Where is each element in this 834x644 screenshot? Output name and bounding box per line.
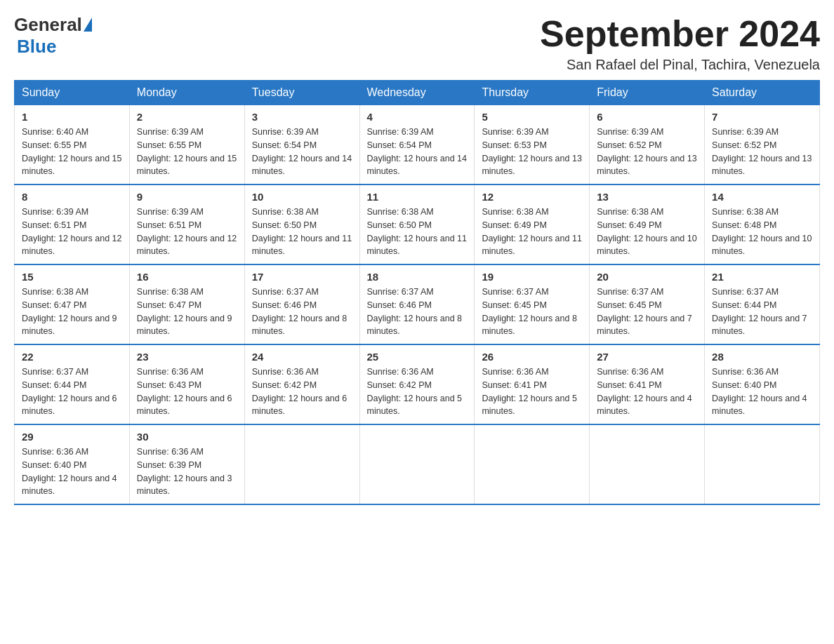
header-sunday: Sunday bbox=[15, 81, 130, 105]
day-info: Sunrise: 6:36 AM Sunset: 6:40 PM Dayligh… bbox=[712, 365, 812, 418]
day-number: 24 bbox=[252, 351, 352, 363]
calendar-week-row: 15 Sunrise: 6:38 AM Sunset: 6:47 PM Dayl… bbox=[15, 264, 820, 344]
logo-text: General bbox=[14, 14, 92, 36]
day-number: 25 bbox=[367, 351, 468, 363]
table-row: 6 Sunrise: 6:39 AM Sunset: 6:52 PM Dayli… bbox=[590, 105, 705, 185]
day-info: Sunrise: 6:38 AM Sunset: 6:50 PM Dayligh… bbox=[252, 206, 352, 258]
day-number: 16 bbox=[137, 271, 237, 283]
header-thursday: Thursday bbox=[475, 81, 590, 105]
table-row: 3 Sunrise: 6:39 AM Sunset: 6:54 PM Dayli… bbox=[244, 105, 359, 185]
day-number: 7 bbox=[712, 111, 812, 123]
day-number: 30 bbox=[137, 431, 237, 443]
day-info: Sunrise: 6:36 AM Sunset: 6:42 PM Dayligh… bbox=[367, 365, 468, 418]
day-number: 6 bbox=[597, 111, 697, 123]
logo-general: General bbox=[14, 14, 82, 36]
day-info: Sunrise: 6:39 AM Sunset: 6:53 PM Dayligh… bbox=[482, 126, 582, 178]
table-row: 15 Sunrise: 6:38 AM Sunset: 6:47 PM Dayl… bbox=[15, 264, 130, 344]
table-row: 16 Sunrise: 6:38 AM Sunset: 6:47 PM Dayl… bbox=[129, 264, 244, 344]
table-row: 14 Sunrise: 6:38 AM Sunset: 6:48 PM Dayl… bbox=[705, 185, 820, 264]
day-info: Sunrise: 6:39 AM Sunset: 6:55 PM Dayligh… bbox=[137, 126, 237, 178]
table-row: 17 Sunrise: 6:37 AM Sunset: 6:46 PM Dayl… bbox=[244, 264, 359, 344]
day-info: Sunrise: 6:39 AM Sunset: 6:52 PM Dayligh… bbox=[597, 126, 697, 178]
day-info: Sunrise: 6:38 AM Sunset: 6:49 PM Dayligh… bbox=[597, 206, 697, 258]
day-info: Sunrise: 6:39 AM Sunset: 6:52 PM Dayligh… bbox=[712, 126, 812, 178]
header-monday: Monday bbox=[129, 81, 244, 105]
day-number: 28 bbox=[712, 351, 812, 363]
table-row: 28 Sunrise: 6:36 AM Sunset: 6:40 PM Dayl… bbox=[705, 344, 820, 424]
day-info: Sunrise: 6:38 AM Sunset: 6:47 PM Dayligh… bbox=[22, 286, 122, 338]
table-row: 9 Sunrise: 6:39 AM Sunset: 6:51 PM Dayli… bbox=[129, 185, 244, 264]
day-info: Sunrise: 6:37 AM Sunset: 6:46 PM Dayligh… bbox=[367, 286, 468, 338]
day-info: Sunrise: 6:39 AM Sunset: 6:54 PM Dayligh… bbox=[367, 126, 468, 178]
day-number: 17 bbox=[252, 271, 352, 283]
table-row: 18 Sunrise: 6:37 AM Sunset: 6:46 PM Dayl… bbox=[359, 264, 475, 344]
day-info: Sunrise: 6:37 AM Sunset: 6:45 PM Dayligh… bbox=[482, 286, 582, 338]
day-number: 9 bbox=[137, 191, 237, 203]
day-info: Sunrise: 6:39 AM Sunset: 6:54 PM Dayligh… bbox=[252, 126, 352, 178]
table-row: 29 Sunrise: 6:36 AM Sunset: 6:40 PM Dayl… bbox=[15, 424, 130, 504]
table-row: 11 Sunrise: 6:38 AM Sunset: 6:50 PM Dayl… bbox=[359, 185, 475, 264]
table-row: 21 Sunrise: 6:37 AM Sunset: 6:44 PM Dayl… bbox=[705, 264, 820, 344]
location-title: San Rafael del Pinal, Tachira, Venezuela bbox=[540, 57, 820, 73]
table-row: 8 Sunrise: 6:39 AM Sunset: 6:51 PM Dayli… bbox=[15, 185, 130, 264]
day-number: 26 bbox=[482, 351, 582, 363]
table-row: 7 Sunrise: 6:39 AM Sunset: 6:52 PM Dayli… bbox=[705, 105, 820, 185]
calendar-header-row: Sunday Monday Tuesday Wednesday Thursday… bbox=[15, 81, 820, 105]
table-row: 27 Sunrise: 6:36 AM Sunset: 6:41 PM Dayl… bbox=[590, 344, 705, 424]
table-row: 4 Sunrise: 6:39 AM Sunset: 6:54 PM Dayli… bbox=[359, 105, 475, 185]
table-row: 26 Sunrise: 6:36 AM Sunset: 6:41 PM Dayl… bbox=[475, 344, 590, 424]
logo-blue: Blue bbox=[17, 36, 56, 57]
title-block: September 2024 San Rafael del Pinal, Tac… bbox=[540, 14, 820, 73]
day-number: 1 bbox=[22, 111, 122, 123]
day-number: 19 bbox=[482, 271, 582, 283]
table-row bbox=[244, 424, 359, 504]
day-number: 15 bbox=[22, 271, 122, 283]
day-info: Sunrise: 6:37 AM Sunset: 6:46 PM Dayligh… bbox=[252, 286, 352, 338]
day-number: 12 bbox=[482, 191, 582, 203]
table-row: 20 Sunrise: 6:37 AM Sunset: 6:45 PM Dayl… bbox=[590, 264, 705, 344]
page-header: General Blue September 2024 San Rafael d… bbox=[14, 14, 820, 73]
day-info: Sunrise: 6:36 AM Sunset: 6:42 PM Dayligh… bbox=[252, 365, 352, 418]
logo: General Blue bbox=[14, 14, 92, 58]
day-info: Sunrise: 6:38 AM Sunset: 6:50 PM Dayligh… bbox=[367, 206, 468, 258]
table-row: 30 Sunrise: 6:36 AM Sunset: 6:39 PM Dayl… bbox=[129, 424, 244, 504]
header-saturday: Saturday bbox=[705, 81, 820, 105]
day-number: 11 bbox=[367, 191, 468, 203]
header-tuesday: Tuesday bbox=[244, 81, 359, 105]
day-number: 21 bbox=[712, 271, 812, 283]
day-number: 3 bbox=[252, 111, 352, 123]
day-number: 5 bbox=[482, 111, 582, 123]
day-info: Sunrise: 6:37 AM Sunset: 6:45 PM Dayligh… bbox=[597, 286, 697, 338]
header-friday: Friday bbox=[590, 81, 705, 105]
calendar-week-row: 8 Sunrise: 6:39 AM Sunset: 6:51 PM Dayli… bbox=[15, 185, 820, 264]
day-number: 2 bbox=[137, 111, 237, 123]
table-row bbox=[359, 424, 475, 504]
day-info: Sunrise: 6:40 AM Sunset: 6:55 PM Dayligh… bbox=[22, 126, 122, 178]
day-number: 14 bbox=[712, 191, 812, 203]
month-title: September 2024 bbox=[540, 14, 820, 54]
day-info: Sunrise: 6:36 AM Sunset: 6:39 PM Dayligh… bbox=[137, 445, 237, 498]
table-row: 12 Sunrise: 6:38 AM Sunset: 6:49 PM Dayl… bbox=[475, 185, 590, 264]
day-info: Sunrise: 6:36 AM Sunset: 6:40 PM Dayligh… bbox=[22, 445, 122, 498]
logo-triangle-icon bbox=[84, 18, 92, 32]
calendar-week-row: 22 Sunrise: 6:37 AM Sunset: 6:44 PM Dayl… bbox=[15, 344, 820, 424]
day-number: 10 bbox=[252, 191, 352, 203]
table-row: 19 Sunrise: 6:37 AM Sunset: 6:45 PM Dayl… bbox=[475, 264, 590, 344]
day-info: Sunrise: 6:38 AM Sunset: 6:48 PM Dayligh… bbox=[712, 206, 812, 258]
calendar-table: Sunday Monday Tuesday Wednesday Thursday… bbox=[14, 80, 820, 505]
day-number: 23 bbox=[137, 351, 237, 363]
table-row: 2 Sunrise: 6:39 AM Sunset: 6:55 PM Dayli… bbox=[129, 105, 244, 185]
day-info: Sunrise: 6:37 AM Sunset: 6:44 PM Dayligh… bbox=[712, 286, 812, 338]
table-row: 1 Sunrise: 6:40 AM Sunset: 6:55 PM Dayli… bbox=[15, 105, 130, 185]
table-row bbox=[705, 424, 820, 504]
day-number: 18 bbox=[367, 271, 468, 283]
day-info: Sunrise: 6:38 AM Sunset: 6:47 PM Dayligh… bbox=[137, 286, 237, 338]
day-info: Sunrise: 6:36 AM Sunset: 6:41 PM Dayligh… bbox=[482, 365, 582, 418]
day-info: Sunrise: 6:38 AM Sunset: 6:49 PM Dayligh… bbox=[482, 206, 582, 258]
table-row: 22 Sunrise: 6:37 AM Sunset: 6:44 PM Dayl… bbox=[15, 344, 130, 424]
day-number: 4 bbox=[367, 111, 468, 123]
calendar-week-row: 29 Sunrise: 6:36 AM Sunset: 6:40 PM Dayl… bbox=[15, 424, 820, 504]
day-number: 27 bbox=[597, 351, 697, 363]
table-row: 5 Sunrise: 6:39 AM Sunset: 6:53 PM Dayli… bbox=[475, 105, 590, 185]
day-number: 8 bbox=[22, 191, 122, 203]
